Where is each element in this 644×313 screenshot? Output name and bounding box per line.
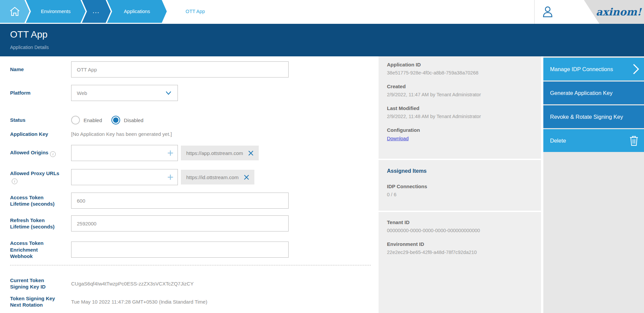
- breadcrumb-environments[interactable]: Environments: [26, 0, 86, 23]
- info-icon[interactable]: i: [12, 178, 17, 184]
- tenant-id-label: Tenant ID: [387, 219, 541, 225]
- info-section-ids: Tenant ID 00000000-0000-0000-0000-000000…: [379, 212, 541, 313]
- allowed-proxy-chip: https://id.ottstream.com: [181, 170, 254, 185]
- name-row: Name: [10, 61, 289, 77]
- allowed-origins-inputbox: +: [71, 145, 178, 161]
- radio-disabled-label: Disabled: [124, 117, 143, 123]
- manage-idp-connections-button[interactable]: Manage IDP Connections: [543, 58, 644, 81]
- created-label: Created: [387, 84, 541, 89]
- axinom-logo: axinom!: [584, 0, 644, 24]
- name-label: Name: [10, 66, 60, 73]
- allowed-proxy-input[interactable]: [77, 174, 161, 180]
- chip-label: https://id.ottstream.com: [186, 174, 239, 180]
- access-token-lifetime-row: Access Token Lifetime (seconds): [10, 193, 289, 209]
- platform-value: Web: [77, 90, 87, 96]
- allowed-proxy-inputbox: +: [71, 169, 178, 185]
- topbar-divider: [534, 0, 535, 24]
- allowed-origins-input[interactable]: [77, 150, 161, 156]
- access-token-lifetime-label: Access Token Lifetime (seconds): [10, 194, 60, 207]
- page-header: OTT App Application Details: [0, 24, 644, 56]
- actions-panel: Manage IDP Connections Generate Applicat…: [543, 56, 644, 313]
- status-label: Status: [10, 117, 60, 123]
- page-title: OTT App: [10, 29, 48, 40]
- remove-icon[interactable]: [244, 175, 249, 180]
- chevron-down-icon: [163, 88, 174, 98]
- breadcrumb-applications[interactable]: Applications: [107, 0, 167, 23]
- application-key-label: Application Key: [10, 131, 60, 138]
- info-section-general: Application ID 38e51775-928e-4f0c-a8b8-7…: [379, 56, 541, 159]
- radio-enabled[interactable]: [71, 116, 80, 124]
- chip-label: https://app.ottstream.com: [186, 150, 243, 156]
- breadcrumb-label: OTT App: [186, 9, 205, 14]
- refresh-token-lifetime-row: Refresh Token Lifetime (seconds): [10, 215, 289, 231]
- last-modified-value: 2/9/2022, 11:48 AM by Tenant Administrat…: [387, 114, 541, 119]
- signing-key-value: CUgaS6qf4Iw4tTwzpPc0ESS-zzZX3sVCXTcZQ7Ji…: [71, 281, 194, 286]
- remove-icon[interactable]: [248, 151, 253, 156]
- environment-id-value: 22e2ec29-be65-42f8-a48d-78f7c92da210: [387, 250, 541, 255]
- tenant-id-value: 00000000-0000-0000-0000-000000000000: [387, 228, 541, 233]
- info-panel: Application ID 38e51775-928e-4f0c-a8b8-7…: [379, 56, 541, 313]
- allowed-proxy-label-text: Allowed Proxy URLs: [10, 170, 59, 176]
- refresh-token-lifetime-input[interactable]: [71, 215, 289, 231]
- application-key-row: Application Key [No Application Key has …: [10, 131, 172, 138]
- chevron-right-icon: [633, 63, 639, 75]
- next-rotation-value: Tue May 10 2022 11:47:28 GMT+0530 (India…: [71, 299, 207, 305]
- idp-connections-item: IDP Connections 0 / 6: [387, 184, 541, 197]
- assigned-items-heading: Assigned Items: [387, 168, 541, 174]
- person-icon[interactable]: [541, 5, 554, 18]
- main-content: Name Platform Web Status Enabled Disable…: [0, 56, 644, 313]
- created-value: 2/9/2022, 11:47 AM by Tenant Administrat…: [387, 92, 541, 97]
- breadcrumb-label: Environments: [41, 9, 71, 14]
- page-subtitle: Application Details: [10, 45, 49, 50]
- add-icon[interactable]: +: [167, 172, 174, 182]
- breadcrumb-label: ...: [93, 9, 100, 14]
- allowed-origins-row: Allowed Originsi + https://app.ottstream…: [10, 145, 259, 161]
- next-rotation-label: Token Signing Key Next Rotation: [10, 295, 60, 308]
- status-row: Status Enabled Disabled: [10, 116, 153, 124]
- tenant-id-item: Tenant ID 00000000-0000-0000-0000-000000…: [387, 219, 541, 233]
- allowed-origin-chip: https://app.ottstream.com: [181, 146, 259, 160]
- webhook-input[interactable]: [71, 242, 289, 258]
- last-modified-label: Last Modified: [387, 105, 541, 111]
- radio-dot: [113, 117, 118, 123]
- last-modified-item: Last Modified 2/9/2022, 11:48 AM by Tena…: [387, 105, 541, 119]
- add-icon[interactable]: +: [167, 148, 174, 158]
- generate-application-key-button[interactable]: Generate Application Key: [543, 82, 644, 104]
- refresh-token-lifetime-label: Refresh Token Lifetime (seconds): [10, 217, 60, 230]
- button-label: Revoke & Rotate Signing Key: [550, 114, 623, 120]
- environment-id-item: Environment ID 22e2ec29-be65-42f8-a48d-7…: [387, 241, 541, 255]
- breadcrumb-label: Applications: [124, 9, 150, 14]
- button-label: Generate Application Key: [550, 90, 612, 96]
- access-token-lifetime-input[interactable]: [71, 193, 289, 209]
- breadcrumb-current: OTT App: [163, 0, 228, 23]
- logo-text: axinom!: [587, 6, 641, 18]
- button-label: Delete: [550, 138, 566, 144]
- webhook-label: Access Token Enrichment Webhook: [10, 240, 48, 260]
- signing-key-row: Current Token Signing Key ID CUgaS6qf4Iw…: [10, 276, 194, 291]
- breadcrumb-ellipsis[interactable]: ...: [82, 0, 111, 23]
- delete-button[interactable]: Delete: [543, 129, 644, 152]
- platform-label: Platform: [10, 90, 60, 96]
- configuration-item: Configuration Download: [387, 127, 541, 142]
- breadcrumb-home[interactable]: [0, 0, 30, 23]
- name-input[interactable]: [71, 61, 289, 77]
- created-item: Created 2/9/2022, 11:47 AM by Tenant Adm…: [387, 84, 541, 97]
- next-rotation-row: Token Signing Key Next Rotation Tue May …: [10, 294, 207, 309]
- download-link[interactable]: Download: [387, 136, 409, 141]
- idp-connections-label: IDP Connections: [387, 184, 541, 189]
- info-icon[interactable]: i: [50, 151, 56, 157]
- platform-select[interactable]: Web: [71, 85, 178, 101]
- revoke-rotate-signing-key-button[interactable]: Revoke & Rotate Signing Key: [543, 105, 644, 128]
- home-icon: [9, 6, 20, 17]
- environment-id-label: Environment ID: [387, 241, 541, 247]
- top-bar: Environments ... Applications OTT App ax…: [0, 0, 644, 24]
- radio-disabled[interactable]: [111, 116, 120, 124]
- application-id-item: Application ID 38e51775-928e-4f0c-a8b8-7…: [387, 62, 541, 75]
- section-divider: [10, 265, 371, 265]
- application-id-label: Application ID: [387, 62, 541, 67]
- breadcrumb: Environments ... Applications OTT App: [0, 0, 228, 23]
- idp-connections-value: 0 / 6: [387, 192, 541, 197]
- allowed-origins-label: Allowed Originsi: [10, 149, 60, 157]
- allowed-proxy-label: Allowed Proxy URLsi: [10, 170, 60, 185]
- trash-icon: [629, 135, 639, 146]
